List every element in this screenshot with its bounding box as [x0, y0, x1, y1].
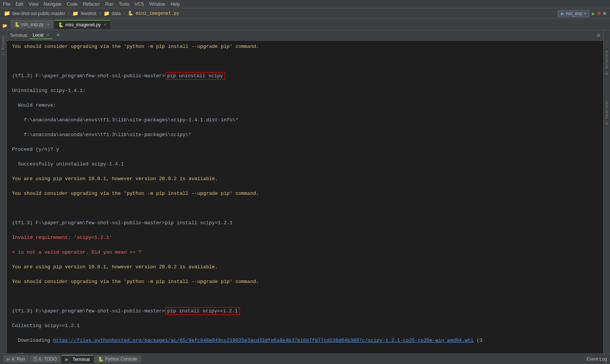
output-line-5: f:\anaconda\anaconda\envs\tf1.3\lib\site… [12, 116, 598, 124]
output-line-8: Successfully uninstalled scipy-1.4.1 [12, 161, 598, 168]
menu-navigate[interactable]: Navigate [44, 2, 61, 7]
output-line-13: = is not a valid operator. Did you mean … [12, 249, 598, 256]
menu-code[interactable]: Code [67, 2, 78, 7]
tab-mini-imagenet[interactable]: 🐍 mini_imagenet.py ✕ [54, 20, 110, 29]
menu-vcs[interactable]: VCS [135, 2, 144, 7]
bottom-tab-run[interactable]: ▶ 4: Run [3, 355, 29, 363]
folder-icon-fewshot: 📁 [72, 11, 78, 17]
terminal-tab-local-close[interactable]: ✕ [46, 33, 49, 37]
output-line-6: f:\anaconda\anaconda\envs\tf1.3\lib\site… [12, 131, 598, 139]
output-blank-1 [12, 58, 598, 65]
tab-mini-imagenet-close[interactable]: ✕ [104, 23, 107, 27]
side-nav-favorites[interactable]: 2: Favorites [605, 101, 609, 125]
terminal-add-tab[interactable]: + [54, 32, 62, 39]
output-line-7: Proceed (y/n)? y [12, 146, 598, 153]
tab-mini-imagenet-icon: 🐍 [58, 22, 64, 28]
menu-help[interactable]: Help [171, 2, 180, 7]
bottom-tab-terminal[interactable]: ▶_ Terminal [61, 355, 93, 363]
event-log-button[interactable]: Event Log [587, 356, 607, 362]
menu-view[interactable]: View [29, 2, 38, 7]
folder-icon: 📁 [4, 10, 10, 17]
run-button[interactable]: ▶ [592, 10, 596, 17]
breadcrumb-data[interactable]: data [112, 11, 121, 16]
menu-refactor[interactable]: Refactor [83, 2, 100, 7]
tab-run-exp[interactable]: 🐍 run_exp.py ✕ [11, 20, 54, 29]
run-config-selector[interactable]: ▶ run_exp ▾ [558, 10, 589, 17]
tab-run-exp-icon: 🐍 [14, 22, 20, 27]
output-line-9: You are using pip version 10.0.1, howeve… [12, 175, 598, 183]
breadcrumb-sep-3: › [123, 11, 125, 16]
menu-edit[interactable]: Edit [15, 2, 23, 7]
output-line-12: Invalid requirement: 'scipy=1.2.1' [12, 234, 598, 242]
output-blank-3 [12, 293, 598, 300]
todo-tab-label: 6: TODO [39, 356, 57, 362]
output-blank-2 [12, 205, 598, 212]
output-line-2: (tf1.3) F:\paper_program\few-shot-ssl-pu… [12, 72, 598, 80]
output-line-3: Uninstalling scipy-1.4.1: [12, 87, 598, 95]
debug-button[interactable]: ⚙ [598, 10, 601, 17]
menu-bar: File Edit View Navigate Code Refactor Ru… [0, 0, 610, 8]
title-bar: 📁 few-shot-ssl-public-master › 📁 fewshot… [0, 8, 610, 19]
side-nav-right: Z: Structure 2: Favorites [603, 30, 610, 353]
side-nav: 1: Project [0, 30, 7, 353]
download-link[interactable]: https://files.pythonhosted.org/packages/… [53, 338, 474, 343]
terminal-area: Terminal: Local ✕ + ⚙ You should conside… [7, 30, 603, 353]
output-line-14: You are using pip version 10.0.1, howeve… [12, 263, 598, 271]
run-tab-label: 4: Run [12, 356, 25, 362]
python-console-label: Python Console [105, 356, 137, 362]
menu-run[interactable]: Run [105, 2, 113, 7]
output-line-10: You should consider upgrading via the 'p… [12, 190, 598, 197]
output-line-16: (tf1.3) F:\paper_program\few-shot-ssl-pu… [12, 307, 598, 315]
stop-button[interactable]: ■ [603, 11, 606, 17]
terminal-tab-icon: ▶_ [65, 357, 71, 362]
terminal-header: Terminal: Local ✕ + ⚙ [7, 30, 603, 41]
breadcrumb-project[interactable]: few-shot-ssl-public-master [12, 11, 65, 16]
menu-window[interactable]: Window [149, 2, 165, 7]
event-log-label: Event Log [587, 356, 607, 362]
tab-run-exp-close[interactable]: ✕ [47, 23, 50, 27]
python-console-icon: 🐍 [98, 356, 104, 362]
bottom-toolbar: ▶ 4: Run ☰ 6: TODO ▶_ Terminal 🐍 Python … [0, 353, 610, 364]
todo-tab-icon: ☰ [33, 356, 37, 362]
terminal-content[interactable]: You should consider upgrading via the 'p… [7, 41, 603, 353]
breadcrumb-filename[interactable]: mini_imagenet.py [136, 11, 179, 16]
terminal-tab-local-label: Local [33, 32, 44, 38]
tab-run-exp-label: run_exp.py [21, 22, 44, 27]
run-config-area: ▶ run_exp ▾ ▶ ⚙ ■ [558, 10, 606, 17]
terminal-tab-local[interactable]: Local ✕ [30, 32, 53, 39]
output-line-17: Collecting scipy==1.2.1 [12, 322, 598, 330]
terminal-tab-label: Terminal [73, 357, 90, 362]
folder-icon-data: 📁 [104, 11, 110, 17]
file-icon: 🐍 [128, 11, 133, 16]
breadcrumb-fewshot[interactable]: fewshot [81, 11, 96, 16]
menu-tools[interactable]: Tools [119, 2, 129, 7]
bottom-tab-python-console[interactable]: 🐍 Python Console [94, 355, 141, 363]
bottom-tab-todo[interactable]: ☰ 6: TODO [29, 355, 61, 363]
menu-file[interactable]: File [3, 2, 10, 7]
output-line-18: Downloading https://files.pythonhosted.o… [12, 337, 598, 344]
output-line-1: You should consider upgrading via the 'p… [12, 43, 598, 50]
dropdown-icon: ▾ [584, 11, 586, 16]
breadcrumb-sep-2: › [99, 11, 101, 16]
run-config-icon: ▶ [561, 11, 564, 16]
file-tab-bar: 📂 🐍 run_exp.py ✕ 🐍 mini_imagenet.py ✕ [0, 19, 610, 30]
terminal-settings-icon[interactable]: ⚙ [597, 32, 600, 38]
output-line-15: You should consider upgrading via the 'p… [12, 278, 598, 286]
terminal-tabs: Terminal: Local ✕ + [10, 32, 62, 39]
side-nav-project[interactable]: 1: Project [2, 35, 5, 56]
output-line-4: Would remove: [12, 102, 598, 109]
tab-mini-imagenet-label: mini_imagenet.py [65, 22, 101, 28]
run-config-label: run_exp [566, 11, 582, 16]
run-tab-icon: ▶ [7, 356, 10, 362]
side-nav-structure[interactable]: Z: Structure [605, 50, 609, 75]
output-line-11: (tf1.3) F:\paper_program\few-shot-ssl-pu… [12, 219, 598, 227]
breadcrumb-sep-1: › [67, 11, 70, 16]
terminal-label: Terminal: [10, 33, 28, 38]
